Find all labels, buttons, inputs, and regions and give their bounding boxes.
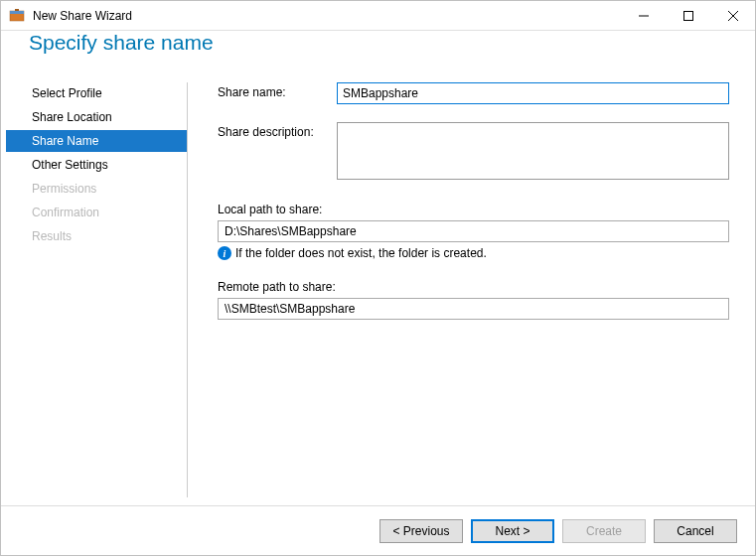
nav-item-other-settings[interactable]: Other Settings [6, 154, 187, 176]
cancel-button[interactable]: Cancel [654, 519, 737, 543]
window-title: New Share Wizard [33, 9, 621, 23]
wizard-nav: Select Profile Share Location Share Name… [6, 82, 188, 497]
nav-item-permissions: Permissions [6, 178, 187, 200]
nav-item-select-profile[interactable]: Select Profile [6, 82, 187, 104]
nav-item-results: Results [6, 225, 187, 247]
previous-button[interactable]: < Previous [379, 519, 463, 543]
remote-path-value: \\SMBtest\SMBappshare [218, 298, 729, 320]
info-text: If the folder does not exist, the folder… [235, 246, 487, 260]
share-name-input[interactable] [337, 82, 729, 104]
form-pane: Share name: Share description: Local pat… [188, 82, 755, 497]
button-bar: < Previous Next > Create Cancel [1, 505, 755, 555]
share-name-label: Share name: [218, 82, 337, 99]
nav-item-confirmation: Confirmation [6, 202, 187, 223]
window-controls [621, 1, 755, 30]
local-path-label: Local path to share: [218, 203, 755, 216]
page-heading: Specify share name [1, 31, 755, 82]
svg-rect-2 [15, 9, 19, 11]
local-path-value: D:\Shares\SMBappshare [218, 220, 729, 242]
info-icon: i [218, 246, 231, 260]
create-button: Create [562, 519, 646, 543]
nav-item-share-name[interactable]: Share Name [6, 130, 187, 152]
nav-item-share-location[interactable]: Share Location [6, 106, 187, 128]
wizard-icon [9, 8, 25, 24]
share-desc-input[interactable] [337, 122, 729, 180]
svg-rect-4 [683, 11, 692, 20]
close-button[interactable] [710, 1, 755, 30]
svg-rect-1 [10, 11, 24, 14]
maximize-button[interactable] [666, 1, 710, 30]
titlebar: New Share Wizard [1, 1, 755, 31]
next-button[interactable]: Next > [471, 519, 554, 543]
minimize-button[interactable] [621, 1, 666, 30]
share-desc-label: Share description: [218, 122, 337, 139]
remote-path-label: Remote path to share: [218, 280, 755, 294]
